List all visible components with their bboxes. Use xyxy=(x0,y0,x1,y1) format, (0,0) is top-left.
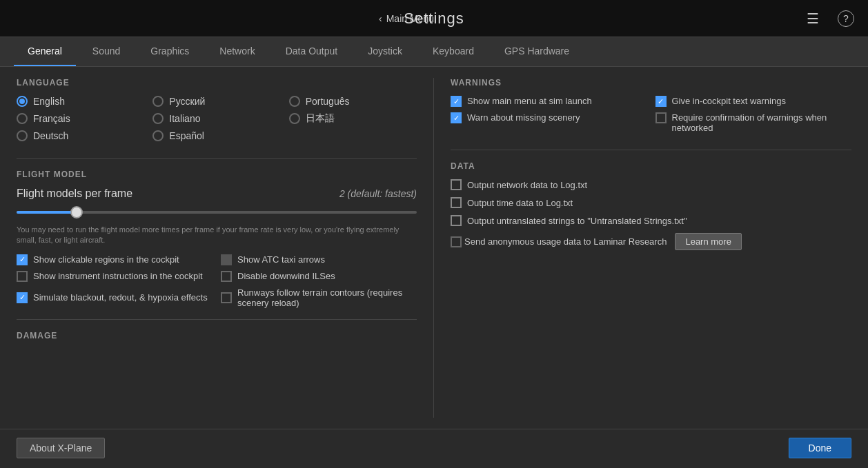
checkbox-missing-scenery[interactable] xyxy=(451,112,462,123)
data-network-log[interactable]: Output network data to Log.txt xyxy=(451,179,851,190)
tab-gps-hardware[interactable]: GPS Hardware xyxy=(491,37,583,66)
cb-atc-arrows[interactable]: Show ATC taxi arrows xyxy=(221,254,417,265)
radio-french xyxy=(17,113,28,124)
flight-model-section: FLIGHT MODEL Flight models per frame 2 (… xyxy=(17,170,417,308)
cb-clickable-regions[interactable]: Show clickable regions in the cockpit xyxy=(17,254,213,265)
cb-runways-terrain[interactable]: Runways follow terrain contours (require… xyxy=(221,287,417,308)
lang-french[interactable]: Français xyxy=(17,112,144,125)
radio-portuguese xyxy=(289,96,300,107)
about-xplane-button[interactable]: About X-Plane xyxy=(17,438,105,458)
main-content: LANGUAGE English Русский Português Franç… xyxy=(0,67,868,429)
lang-german[interactable]: Deutsch xyxy=(17,130,144,141)
lang-japanese[interactable]: 日本語 xyxy=(289,112,417,125)
lang-italian[interactable]: Italiano xyxy=(152,112,280,125)
checkbox-network-log[interactable] xyxy=(451,179,462,190)
settings-title: Settings xyxy=(404,10,464,28)
lang-russian-label: Русский xyxy=(169,96,205,107)
learn-more-button[interactable]: Learn more xyxy=(675,233,741,250)
warn-missing-scenery[interactable]: Warn about missing scenery xyxy=(451,112,647,133)
radio-english xyxy=(17,96,28,107)
lang-italian-label: Italiano xyxy=(169,113,200,124)
cb-runways-terrain-label: Runways follow terrain contours (require… xyxy=(237,287,417,308)
data-untranslated[interactable]: Output untranslated strings to "Untransl… xyxy=(451,215,851,226)
radio-japanese xyxy=(289,113,300,124)
lang-spanish[interactable]: Español xyxy=(152,130,280,141)
data-time-log[interactable]: Output time data to Log.txt xyxy=(451,197,851,208)
tab-general[interactable]: General xyxy=(14,37,76,66)
damage-section: DAMAGE xyxy=(17,331,417,340)
lang-portuguese[interactable]: Português xyxy=(289,96,417,107)
data-network-log-label: Output network data to Log.txt xyxy=(467,180,587,190)
lang-japanese-label: 日本語 xyxy=(306,112,335,125)
warn-missing-scenery-label: Warn about missing scenery xyxy=(467,112,580,123)
done-button[interactable]: Done xyxy=(789,438,851,458)
checkbox-instrument-instructions[interactable] xyxy=(17,271,28,282)
divider-1 xyxy=(17,158,417,159)
warn-show-main-menu[interactable]: Show main menu at sim launch xyxy=(451,96,647,107)
warn-give-incockpit[interactable]: Give in-cockpit text warnings xyxy=(655,96,852,107)
data-time-log-label: Output time data to Log.txt xyxy=(467,198,573,208)
tab-network[interactable]: Network xyxy=(206,37,268,66)
left-column: LANGUAGE English Русский Português Franç… xyxy=(17,78,434,418)
cb-clickable-regions-label: Show clickable regions in the cockpit xyxy=(33,254,179,265)
cb-disable-ils-label: Disable downwind ILSes xyxy=(237,271,335,281)
data-section: DATA Output network data to Log.txt Outp… xyxy=(451,161,851,250)
help-button[interactable]: ? xyxy=(835,8,857,30)
sliders-icon: ☰ xyxy=(807,10,819,27)
flight-model-slider[interactable] xyxy=(17,205,417,219)
warnings-grid: Show main menu at sim launch Give in-coc… xyxy=(451,96,851,133)
checkbox-give-incockpit[interactable] xyxy=(655,96,667,107)
language-section: LANGUAGE English Русский Português Franç… xyxy=(17,78,417,141)
top-bar: ‹ Main Menu Settings ☰ ? xyxy=(0,0,868,37)
radio-german xyxy=(17,130,28,141)
sliders-button[interactable]: ☰ xyxy=(802,8,824,30)
data-untranslated-label: Output untranslated strings to "Untransl… xyxy=(467,216,687,226)
lang-spanish-label: Español xyxy=(169,130,204,141)
tab-data-output[interactable]: Data Output xyxy=(272,37,352,66)
language-section-title: LANGUAGE xyxy=(17,78,417,88)
radio-spanish xyxy=(152,130,164,141)
lang-german-label: Deutsch xyxy=(33,130,68,141)
flight-model-value: 2 (default: fastest) xyxy=(339,188,417,199)
slider-thumb[interactable] xyxy=(70,206,83,218)
lang-portuguese-label: Português xyxy=(306,96,350,107)
cb-blackout[interactable]: Simulate blackout, redout, & hypoxia eff… xyxy=(17,287,213,308)
lang-russian[interactable]: Русский xyxy=(152,96,280,107)
warn-show-main-menu-label: Show main menu at sim launch xyxy=(467,96,592,106)
cb-disable-ils[interactable]: Disable downwind ILSes xyxy=(221,271,417,282)
checkbox-anonymous[interactable] xyxy=(451,236,462,247)
data-anonymous-label: Send anonymous usage data to Laminar Res… xyxy=(464,236,667,247)
slider-warning: You may need to run the flight model mor… xyxy=(17,225,417,246)
checkbox-disable-ils[interactable] xyxy=(221,271,232,282)
lang-english-label: English xyxy=(33,96,65,107)
tab-joystick[interactable]: Joystick xyxy=(354,37,416,66)
warn-give-incockpit-label: Give in-cockpit text warnings xyxy=(672,96,786,106)
checkbox-require-confirmation[interactable] xyxy=(655,112,667,123)
checkbox-show-main-menu[interactable] xyxy=(451,96,462,107)
checkbox-clickable-regions[interactable] xyxy=(17,254,28,265)
tab-keyboard[interactable]: Keyboard xyxy=(419,37,488,66)
warnings-section-title: WARNINGS xyxy=(451,78,851,88)
cb-atc-arrows-label: Show ATC taxi arrows xyxy=(237,254,325,265)
data-section-title: DATA xyxy=(451,161,851,171)
back-icon: ‹ xyxy=(379,13,382,24)
checkbox-untranslated[interactable] xyxy=(451,215,462,226)
checkbox-atc-arrows[interactable] xyxy=(221,254,232,265)
tab-sound[interactable]: Sound xyxy=(79,37,134,66)
cb-blackout-label: Simulate blackout, redout, & hypoxia eff… xyxy=(33,292,208,303)
checkbox-runways-terrain[interactable] xyxy=(221,292,232,303)
damage-section-title: DAMAGE xyxy=(17,331,417,340)
checkbox-blackout[interactable] xyxy=(17,292,28,303)
radio-italian xyxy=(152,113,164,124)
lang-english[interactable]: English xyxy=(17,96,144,107)
tab-bar: General Sound Graphics Network Data Outp… xyxy=(0,37,868,67)
warnings-section: WARNINGS Show main menu at sim launch Gi… xyxy=(451,78,851,133)
warn-require-confirmation[interactable]: Require confirmation of warnings when ne… xyxy=(655,112,852,133)
help-icon: ? xyxy=(838,10,854,27)
bottom-bar: About X-Plane Done xyxy=(0,429,868,466)
cb-instrument-instructions[interactable]: Show instrument instructions in the cock… xyxy=(17,271,213,282)
checkbox-time-log[interactable] xyxy=(451,197,462,208)
tab-graphics[interactable]: Graphics xyxy=(137,37,203,66)
lang-french-label: Français xyxy=(33,113,70,124)
slider-fill xyxy=(17,211,77,214)
